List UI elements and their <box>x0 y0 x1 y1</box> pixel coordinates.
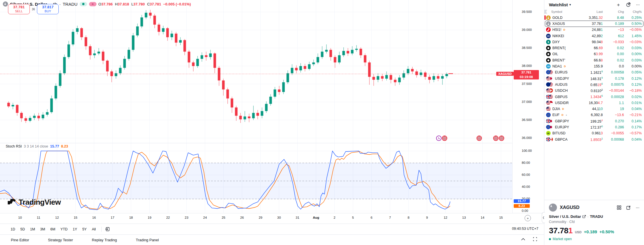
watchlist-row-gbpjpy[interactable]: GBPJPY199.2540.2700.14% <box>544 118 644 124</box>
watchlist-row-eurjpy[interactable]: EURJPY172.3700.2860.17% <box>544 124 644 130</box>
rsi-axis-label: 0.00 <box>522 209 528 212</box>
detail-edit-icon[interactable] <box>626 205 631 210</box>
last-segment: 1 <box>601 28 603 32</box>
watchlist-row-brent[interactable]: BRENT(66.690.020.03% <box>544 45 644 51</box>
eu-flag-icon <box>546 125 550 129</box>
currency-pair-icon <box>546 95 553 99</box>
scroll-to-recent-button[interactable]: » <box>525 215 531 221</box>
watchlist-sections-icon[interactable] <box>626 2 631 7</box>
change-pct-cell: 0.12% <box>624 83 642 87</box>
price-axis-label: 39.500 <box>522 10 532 13</box>
watchlist-row-audus[interactable]: AUDUS0.651960.000750.12% <box>544 81 644 87</box>
range-button-6m[interactable]: 6M <box>48 226 58 232</box>
column-chg-pct[interactable]: Chg% <box>624 10 642 13</box>
watchlist-row-gbpus[interactable]: GBPUS1.343460.000280.02% <box>544 94 644 100</box>
change-pct-cell: −0.57% <box>624 131 642 135</box>
time-axis[interactable]: » 10111215161718192223242526293031Aug256… <box>0 213 544 224</box>
chart-svg[interactable] <box>0 0 544 213</box>
change-cell: −13.6 <box>603 113 624 117</box>
nikkei-symbol-icon: 225 <box>546 34 551 38</box>
range-button-5y[interactable]: 5Y <box>80 226 89 232</box>
economic-event-flag-icon[interactable] <box>499 136 504 141</box>
watchlist-row-djia[interactable]: DJIAD44,110190.04% <box>544 106 644 112</box>
watchlist-row-usdidr[interactable]: USDIDR16,304.71.10.01% <box>544 100 644 106</box>
buy-button[interactable]: 37.817 BUY <box>37 4 59 14</box>
watchlist-row-eurus[interactable]: EURUS1.162180.000580.05% <box>544 69 644 75</box>
symbol-name: OIL <box>552 52 558 56</box>
watchlist-row-brent[interactable]: BRENT'66.680.020.03% <box>544 57 644 63</box>
watchlist-rows: GOLD3,351.328.480.25%XAGUS37.7810.1890.5… <box>544 15 644 142</box>
column-last[interactable]: Last <box>578 10 603 13</box>
column-symbol[interactable]: Symbol <box>546 10 578 13</box>
change-cell: 0.00068 <box>603 138 624 142</box>
economic-event-flag-icon[interactable] <box>493 136 499 141</box>
tab-pine-editor[interactable]: Pine Editor <box>11 238 29 242</box>
currency-pair-icon <box>546 82 553 87</box>
range-button-1y[interactable]: 1Y <box>70 226 80 232</box>
watchlist-row-gold[interactable]: GOLD3,351.328.480.25% <box>544 15 644 21</box>
maximize-panel-icon[interactable] <box>533 237 537 241</box>
watchlist-row-nda1[interactable]: 100NDA1D155.90.00.00% <box>544 63 644 69</box>
notification-wave-pill[interactable]: ≈ <box>89 2 96 6</box>
clock[interactable]: 09:40:53 UTC+7 <box>512 227 538 231</box>
chart-canvas-holder[interactable] <box>0 0 544 213</box>
exchange-name[interactable]: TRADU <box>63 2 78 7</box>
range-button-3m[interactable]: 3M <box>38 226 48 232</box>
watchlist-row-gbpca[interactable]: GBPCA1.850320.000680.04% <box>544 136 644 142</box>
pane-separator[interactable] <box>0 143 544 143</box>
detail-grid-icon[interactable] <box>617 205 621 210</box>
symbol-name: EURUS <box>555 70 568 74</box>
watchlist-caret-down-icon[interactable]: ▾ <box>569 3 571 7</box>
watchlist-title[interactable]: Watchlist <box>549 2 568 7</box>
bottom-tabs: Pine EditorStrategy TesterReplay Trading… <box>0 235 544 245</box>
market-status-dot-icon <box>82 3 84 5</box>
economic-event-bolt-icon[interactable]: ϟ <box>436 136 442 141</box>
tab-strategy-tester[interactable]: Strategy Tester <box>48 238 73 242</box>
data-delay-badge: D <box>562 107 564 110</box>
sell-button[interactable]: 37.781 SELL <box>8 4 30 14</box>
range-button-5d[interactable]: 5D <box>18 226 27 232</box>
watchlist-row-euf[interactable]: EUFD●6,392.8−13.6−0.21% <box>544 112 644 118</box>
price-axis[interactable]: 39.50039.00038.50038.00037.50037.00036.5… <box>513 0 544 213</box>
detail-symbol-logo-icon <box>549 204 557 212</box>
change-cell: 612 <box>603 34 624 38</box>
watchlist-row-nikkei[interactable]: 225NIKKEI42,8926121.45% <box>544 33 644 39</box>
time-axis-label: 26 <box>240 216 244 219</box>
range-button-ytd[interactable]: YTD <box>58 226 70 232</box>
detail-symbol[interactable]: XAGUSD <box>560 205 579 210</box>
range-button-1m[interactable]: 1M <box>27 226 38 232</box>
change-pct-cell: −0.05% <box>624 28 642 32</box>
watchlist-row-oil[interactable]: OIL63.990.000.00% <box>544 51 644 57</box>
watchlist-row-bitusd[interactable]: BtBITUSD0.9613−0.0055−0.57% <box>544 130 644 136</box>
external-link-icon[interactable] <box>582 215 586 218</box>
ohlc-item: O37.786 <box>99 2 113 6</box>
watchlist-row-usdjpy[interactable]: USDJPY148.3190.1780.12% <box>544 75 644 81</box>
tab-trading-panel[interactable]: Trading Panel <box>136 238 159 242</box>
last-segment: 8 <box>601 58 603 62</box>
time-axis-label: 31 <box>296 216 300 219</box>
detail-menu-icon[interactable]: ⋯ <box>636 206 640 210</box>
change-pct-cell: 0.12% <box>624 77 642 81</box>
watchlist-row-dxy[interactable]: $DXY98.048−0.033−0.03% <box>544 39 644 45</box>
rsi-legend[interactable]: Stoch RSI 3 3 14 14 close 15.77 8.23 <box>6 144 68 148</box>
watchlist-row-xagus[interactable]: XAGUS37.7810.1890.50% <box>544 21 644 27</box>
panel-expand-chevron-icon[interactable] <box>521 238 525 241</box>
market-status-pill[interactable] <box>80 2 87 6</box>
watchlist-menu-icon[interactable]: ⋯ <box>636 3 640 7</box>
column-chg[interactable]: Chg <box>603 10 624 13</box>
economic-event-flag-icon[interactable] <box>442 136 447 141</box>
price-axis-label: 39.000 <box>522 28 532 31</box>
watchlist-row-usdch[interactable]: USDCH0.81102−0.00144−0.18% <box>544 88 644 94</box>
tab-replay-trading[interactable]: Replay Trading <box>92 238 117 242</box>
panel-collapse-handle[interactable]: ❮ <box>542 212 545 223</box>
range-button-1d[interactable]: 1D <box>8 226 18 232</box>
go-to-date-button[interactable] <box>105 227 110 232</box>
range-button-all[interactable]: All <box>89 226 99 232</box>
range-toolbar: 1D5D1M3M6MYTD1Y5YAll 09:40:53 UTC+7 <box>0 224 544 234</box>
add-symbol-button[interactable]: ＋ <box>616 2 621 7</box>
last-price-cell: 66.69 <box>578 46 603 50</box>
detail-name[interactable]: Silver / U.S. Dollar <box>549 214 581 219</box>
economic-event-flag-icon[interactable] <box>476 136 482 141</box>
sell-price: 37.781 <box>13 5 25 9</box>
watchlist-row-hsi1[interactable]: ▞HSI1!D24,881−13−0.05% <box>544 27 644 33</box>
